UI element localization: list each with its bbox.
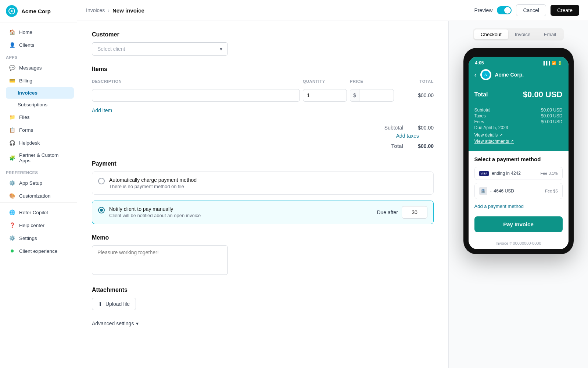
phone-total-section: Total $0.00 USD	[469, 85, 569, 105]
subtotals: Subtotal $00.00 Add taxes Total $00.00	[92, 119, 434, 150]
sidebar-item-helpdesk[interactable]: 🎧 Helpdesk	[3, 137, 74, 149]
memo-section: Memo	[92, 234, 434, 276]
phone-view-details[interactable]: View details ↗	[474, 132, 563, 138]
cancel-button[interactable]: Cancel	[516, 4, 546, 16]
sidebar-item-forms[interactable]: 📋 Forms	[3, 124, 74, 136]
tab-checkout[interactable]: Checkout	[474, 29, 508, 39]
sidebar-item-clients[interactable]: 👤 Clients	[3, 39, 74, 51]
phone-taxes-row: Taxes $0.00 USD	[474, 113, 563, 118]
wifi-icon: 📶	[552, 61, 556, 65]
brand-name: Acme Corp	[21, 8, 51, 14]
partner-icon: 🧩	[9, 155, 15, 161]
sidebar-item-billing[interactable]: 💳 Billing	[3, 74, 74, 87]
phone-card-method[interactable]: VISA ending in 4242 Fee 3.1%	[474, 167, 563, 180]
phone-view-attachments[interactable]: View attachments ↗	[474, 139, 563, 144]
sidebar-item-invoices[interactable]: Invoices	[6, 87, 74, 99]
setup-icon: ⚙️	[9, 180, 15, 186]
payment-option-auto-title: Automatically charge payment method	[109, 177, 197, 183]
phone-add-payment-btn[interactable]: Add a payment method	[474, 202, 563, 210]
sidebar-item-home[interactable]: 🏠 Home	[3, 26, 74, 38]
phone-back-icon[interactable]: ‹	[474, 71, 477, 79]
phone-statusbar: 4:05 ▐▐▐ 📶 🔋	[469, 57, 569, 67]
payment-option-auto-text: Automatically charge payment method Ther…	[109, 177, 197, 189]
sidebar-item-subscriptions[interactable]: Subscriptions	[6, 99, 74, 110]
sidebar-nav: 🏠 Home 👤 Clients Apps 💬 Messages 💳 Billi…	[0, 22, 77, 368]
customer-placeholder: Select client	[97, 46, 125, 52]
refer-icon: 🌐	[9, 209, 15, 216]
phone-due-date: Due April 5, 2023	[474, 125, 563, 130]
phone-subtotal-label: Subtotal	[474, 107, 491, 113]
attachments-section: Attachments ⬆ Upload file	[92, 287, 434, 310]
add-taxes-row: Add taxes	[92, 132, 434, 140]
phone-company-name: Acme Corp.	[495, 72, 524, 78]
phone-logo: A	[480, 69, 491, 80]
total-label: Total	[391, 143, 403, 149]
sidebar-item-help[interactable]: ❓ Help center	[3, 219, 74, 231]
sidebar-item-files[interactable]: 📁 Files	[3, 111, 74, 123]
phone-view-attachments-label: View attachments	[474, 139, 509, 144]
col-total: TOTAL	[397, 79, 434, 84]
price-input[interactable]	[359, 89, 385, 101]
item-total: $00.00	[397, 92, 434, 98]
phone-pay-invoice-button[interactable]: Pay Invoice	[474, 216, 563, 232]
upload-file-button[interactable]: ⬆ Upload file	[92, 298, 136, 310]
sidebar-item-help-label: Help center	[19, 223, 44, 228]
custom-icon: 🎨	[9, 192, 15, 199]
radio-inner	[100, 209, 103, 212]
sidebar: Acme Corp 🏠 Home 👤 Clients Apps 💬 Messag…	[0, 0, 77, 368]
payment-option-auto-desc: There is no payment method on file	[109, 184, 197, 189]
phone-payment-section: Select a payment method VISA ending in 4…	[469, 151, 569, 237]
add-item-btn[interactable]: Add item	[92, 106, 112, 115]
phone-bank-method[interactable]: 🏦 ···4646 USD Fee $5	[474, 183, 563, 199]
phone-fees-label: Fees	[474, 119, 484, 124]
phone-logo-inner: A	[482, 71, 490, 79]
sidebar-item-refer[interactable]: 🌐 Refer Copilot	[3, 206, 74, 219]
add-taxes-btn[interactable]: Add taxes	[396, 133, 419, 139]
create-button[interactable]: Create	[551, 5, 579, 16]
upload-label: Upload file	[105, 301, 130, 307]
radio-manual[interactable]	[98, 207, 105, 213]
sidebar-item-app-setup[interactable]: ⚙️ App Setup	[3, 177, 74, 189]
sidebar-item-client-exp[interactable]: Client experience	[3, 245, 74, 257]
radio-auto[interactable]	[98, 178, 105, 184]
external-link-icon-2: ↗	[510, 139, 514, 144]
sidebar-brand[interactable]: Acme Corp	[0, 0, 77, 22]
payment-option-auto[interactable]: Automatically charge payment method Ther…	[92, 171, 434, 195]
sidebar-item-settings-label: Settings	[19, 236, 37, 241]
advanced-settings-toggle[interactable]: Advanced settings ▾	[92, 321, 434, 326]
logo-icon	[6, 5, 18, 17]
col-quantity: QUANTITY	[303, 79, 347, 84]
tab-invoice[interactable]: Invoice	[508, 29, 537, 39]
description-input[interactable]	[92, 89, 300, 102]
sidebar-item-messages[interactable]: 💬 Messages	[3, 61, 74, 74]
customer-title: Customer	[92, 31, 434, 38]
sidebar-item-forms-label: Forms	[19, 127, 33, 133]
memo-input[interactable]	[92, 245, 228, 275]
preview-tabs: Checkout Invoice Email	[473, 28, 564, 40]
sidebar-item-partner-apps-label: Partner & Custom Apps	[19, 152, 68, 163]
customer-select[interactable]: Select client ▾	[92, 42, 228, 56]
chevron-down-icon: ▾	[220, 46, 222, 52]
phone-total-row: Total $0.00 USD	[474, 90, 563, 99]
due-after-input[interactable]	[402, 206, 427, 219]
phone-mockup: 4:05 ▐▐▐ 📶 🔋 ‹ A Acme Corp.	[463, 48, 574, 254]
external-link-icon: ↗	[499, 132, 503, 138]
table-row: $ $00.00	[92, 89, 434, 102]
sidebar-item-subscriptions-label: Subscriptions	[18, 102, 47, 107]
payment-option-manual[interactable]: Notify client to pay manually Client wil…	[92, 201, 434, 224]
sidebar-item-messages-label: Messages	[19, 65, 42, 71]
sidebar-item-home-label: Home	[19, 29, 32, 35]
tab-email[interactable]: Email	[537, 29, 563, 39]
home-icon: 🏠	[9, 29, 15, 35]
quantity-input[interactable]	[303, 89, 347, 102]
phone-bank-label: ···4646 USD	[490, 188, 514, 194]
sidebar-item-customization[interactable]: 🎨 Customization	[3, 190, 74, 202]
preview-toggle[interactable]	[497, 6, 512, 14]
breadcrumb-invoices-link[interactable]: Invoices	[86, 7, 105, 13]
subtotal-value: $00.00	[418, 125, 434, 131]
sidebar-item-settings[interactable]: ⚙️ Settings	[3, 232, 74, 244]
payment-section: Payment Automatically charge payment met…	[92, 160, 434, 224]
main: Invoices › New invoice Preview Cancel Cr…	[77, 0, 588, 368]
sidebar-item-partner-apps[interactable]: 🧩 Partner & Custom Apps	[3, 149, 74, 166]
payment-title: Payment	[92, 160, 434, 167]
